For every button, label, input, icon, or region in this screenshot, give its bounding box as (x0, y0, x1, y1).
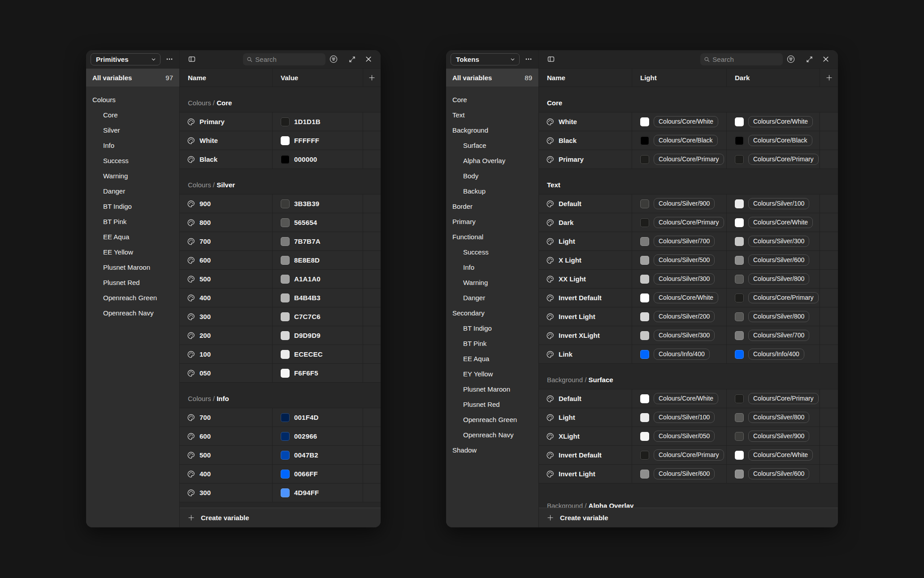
value-cell[interactable]: Colours/Silver/900 (727, 427, 820, 445)
variable-name-cell[interactable]: 500 (180, 446, 273, 464)
sidebar-item[interactable]: Openreach Navy (86, 305, 179, 320)
create-variable-button[interactable]: Create variable (539, 508, 838, 527)
sidebar-item[interactable]: BT Indigo (86, 198, 179, 214)
more-options-button[interactable] (164, 53, 175, 65)
sidebar-item-all-variables[interactable]: All variables 89 (446, 69, 538, 86)
variable-row[interactable]: DefaultColours/Silver/900Colours/Silver/… (539, 194, 838, 213)
variable-name-cell[interactable]: Black (180, 150, 273, 168)
sidebar-item[interactable]: Border (446, 198, 538, 214)
value-cell[interactable]: Colours/Silver/800 (727, 270, 820, 288)
variable-name-cell[interactable]: 300 (180, 307, 273, 326)
variable-row[interactable]: DefaultColours/Core/WhiteColours/Core/Pr… (539, 389, 838, 408)
value-cell[interactable]: Colours/Silver/700 (632, 232, 727, 250)
variable-row[interactable]: Primary1D1D1B (180, 112, 381, 131)
variable-name-cell[interactable]: Default (539, 389, 632, 408)
token-alias-chip[interactable]: Colours/Silver/700 (748, 330, 809, 341)
variable-name-cell[interactable]: Light (539, 408, 632, 427)
variable-row[interactable]: X LightColours/Silver/500Colours/Silver/… (539, 251, 838, 270)
token-alias-chip[interactable]: Colours/Core/White (654, 116, 718, 127)
variable-name-cell[interactable]: White (539, 112, 632, 131)
value-cell[interactable]: F6F6F5 (273, 364, 363, 382)
token-alias-chip[interactable]: Colours/Core/White (654, 393, 718, 404)
variable-name-cell[interactable]: 700 (180, 408, 273, 427)
variable-name-cell[interactable]: Default (539, 194, 632, 213)
value-cell[interactable]: Colours/Info/400 (632, 345, 727, 363)
token-alias-chip[interactable]: Colours/Core/Black (748, 135, 812, 146)
variable-name-cell[interactable]: 400 (180, 465, 273, 483)
close-button[interactable] (363, 53, 374, 65)
token-alias-chip[interactable]: Colours/Silver/600 (748, 468, 809, 479)
variable-row[interactable]: WhiteColours/Core/WhiteColours/Core/Whit… (539, 112, 838, 131)
variable-row[interactable]: BlackColours/Core/BlackColours/Core/Blac… (539, 131, 838, 150)
sidebar-item[interactable]: EE Yellow (86, 244, 179, 259)
token-alias-chip[interactable]: Colours/Silver/050 (654, 431, 715, 442)
variable-row[interactable]: WhiteFFFFFF (180, 131, 381, 150)
sidebar-item[interactable]: Primary (446, 214, 538, 229)
value-cell[interactable]: 0066FF (273, 465, 363, 483)
value-cell[interactable]: ECECEC (273, 345, 363, 363)
variable-row[interactable]: 800565654 (180, 213, 381, 232)
filter-button[interactable] (785, 53, 797, 65)
variable-name-cell[interactable]: 400 (180, 289, 273, 307)
token-alias-chip[interactable]: Colours/Silver/500 (654, 254, 715, 266)
sidebar-item[interactable]: Openreach Navy (446, 427, 538, 442)
value-cell[interactable]: Colours/Core/White (727, 112, 820, 131)
variable-row[interactable]: 100ECECEC (180, 345, 381, 364)
variable-name-cell[interactable]: 800 (180, 213, 273, 232)
value-cell[interactable]: B4B4B3 (273, 289, 363, 307)
variable-name-cell[interactable]: XLight (539, 427, 632, 445)
token-alias-chip[interactable]: Colours/Silver/300 (654, 273, 715, 285)
value-cell[interactable]: Colours/Core/Primary (632, 150, 727, 168)
variable-row[interactable]: 6008E8E8D (180, 251, 381, 270)
sidebar-item[interactable]: Functional (446, 229, 538, 244)
variable-row[interactable]: PrimaryColours/Core/PrimaryColours/Core/… (539, 150, 838, 169)
value-cell[interactable]: Colours/Silver/600 (632, 465, 727, 483)
value-cell[interactable]: 3B3B39 (273, 194, 363, 213)
value-cell[interactable]: Colours/Core/Black (727, 131, 820, 150)
expand-button[interactable] (346, 53, 358, 65)
value-cell[interactable]: Colours/Silver/300 (632, 326, 727, 345)
value-cell[interactable]: Colours/Info/400 (727, 345, 820, 363)
toggle-sidebar-button[interactable] (545, 53, 557, 65)
variable-name-cell[interactable]: XX Light (539, 270, 632, 288)
value-cell[interactable]: 002966 (273, 427, 363, 445)
token-alias-chip[interactable]: Colours/Core/Primary (748, 154, 819, 165)
variable-row[interactable]: 4000066FF (180, 465, 381, 483)
variable-name-cell[interactable]: Invert Default (539, 289, 632, 307)
token-alias-chip[interactable]: Colours/Silver/800 (748, 273, 809, 285)
expand-button[interactable] (803, 53, 815, 65)
variable-row[interactable]: 5000047B2 (180, 446, 381, 465)
value-cell[interactable]: 565654 (273, 213, 363, 232)
value-cell[interactable]: Colours/Core/Primary (727, 389, 820, 408)
variable-name-cell[interactable]: 900 (180, 194, 273, 213)
variable-name-cell[interactable]: Invert Light (539, 307, 632, 326)
token-alias-chip[interactable]: Colours/Silver/200 (654, 311, 715, 322)
sidebar-item[interactable]: Danger (86, 183, 179, 198)
sidebar-item[interactable]: Core (446, 92, 538, 107)
add-variable-button[interactable] (363, 69, 381, 86)
variable-name-cell[interactable]: 050 (180, 364, 273, 382)
value-cell[interactable]: Colours/Silver/600 (727, 465, 820, 483)
variable-row[interactable]: 600002966 (180, 427, 381, 446)
variable-name-cell[interactable]: 700 (180, 232, 273, 250)
variable-row[interactable]: Invert XLightColours/Silver/300Colours/S… (539, 326, 838, 345)
sidebar-item[interactable]: Plusnet Maroon (86, 259, 179, 275)
sidebar-item[interactable]: Warning (86, 168, 179, 183)
token-alias-chip[interactable]: Colours/Core/Primary (654, 217, 724, 228)
variable-name-cell[interactable]: Light (539, 232, 632, 250)
more-options-button[interactable] (523, 53, 534, 65)
variable-row[interactable]: XLightColours/Silver/050Colours/Silver/9… (539, 427, 838, 446)
variable-row[interactable]: LightColours/Silver/700Colours/Silver/30… (539, 232, 838, 251)
token-alias-chip[interactable]: Colours/Silver/600 (654, 468, 715, 479)
token-alias-chip[interactable]: Colours/Info/400 (748, 349, 804, 360)
variable-name-cell[interactable]: White (180, 131, 273, 150)
sidebar-item[interactable]: Plusnet Maroon (446, 381, 538, 397)
sidebar-item[interactable]: Openreach Green (446, 412, 538, 427)
variable-name-cell[interactable]: Dark (539, 213, 632, 232)
value-cell[interactable]: C7C7C6 (273, 307, 363, 326)
sidebar-item[interactable]: Plusnet Red (446, 397, 538, 412)
value-cell[interactable]: Colours/Core/White (632, 112, 727, 131)
sidebar-item[interactable]: EY Yellow (446, 366, 538, 381)
token-alias-chip[interactable]: Colours/Silver/800 (748, 412, 809, 423)
value-cell[interactable]: 1D1D1B (273, 112, 363, 131)
